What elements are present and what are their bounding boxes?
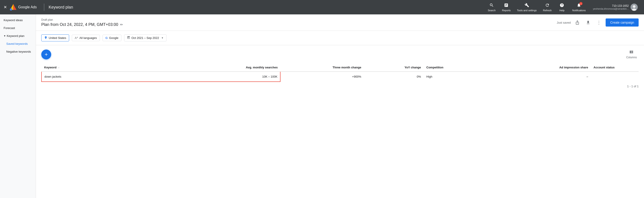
three-month-header-label: Three month change (332, 66, 361, 69)
avg-monthly-cell: 10K – 100K (173, 71, 280, 82)
expand-icon: ▼ (4, 35, 6, 37)
sidebar-item-label: Saved keywords (6, 42, 28, 45)
user-phone: 710-133-1652 (593, 4, 629, 8)
keyword-header-label: Keyword (44, 66, 56, 69)
pagination: 1 - 1 of 1 (41, 82, 638, 91)
ad-impression-column-header[interactable]: Ad impression share (507, 63, 591, 71)
language-icon: Aᴬ (75, 36, 78, 40)
tools-icon (524, 3, 529, 9)
table-row: down jackets 10K – 100K +900% 0% High – (42, 71, 638, 82)
yoy-column-header[interactable]: YoY change (364, 63, 424, 71)
user-menu[interactable]: 710-133-1652 yevheniia.khromova@serankin… (590, 2, 640, 13)
location-value: United States (49, 36, 66, 40)
account-status-cell (591, 71, 638, 82)
reports-nav-label: Reports (502, 9, 511, 12)
avg-monthly-column-header[interactable]: Avg. monthly searches (173, 63, 280, 71)
sidebar: Keyword ideas Forecast ▼ Keyword plan Sa… (0, 14, 36, 198)
google-ads-logo: Google Ads (10, 4, 37, 11)
competition-header-label: Competition (426, 66, 444, 69)
close-button[interactable]: ✕ (4, 5, 7, 10)
add-keyword-button[interactable]: + (41, 50, 51, 59)
date-range-value: Oct 2021 – Sep 2022 (132, 36, 159, 40)
top-navigation: ✕ Google Ads Keyword plan Search Reports (0, 0, 644, 14)
avatar-image (630, 4, 638, 11)
language-value: All languages (80, 36, 97, 40)
network-filter[interactable]: G Google (102, 35, 122, 41)
sidebar-item-label: Negative keywords (6, 50, 31, 53)
tools-nav-button[interactable]: Tools and settings (514, 1, 540, 14)
svg-point-2 (10, 8, 12, 11)
svg-marker-1 (13, 4, 16, 10)
share-button[interactable] (573, 19, 582, 27)
table-area: + Columns Keyword ↑ (36, 45, 644, 96)
sort-icon: ↑ (58, 66, 60, 69)
network-value: Google (109, 36, 118, 40)
account-status-column-header[interactable]: Account status (591, 63, 638, 71)
notifications-icon: 1 (577, 3, 581, 9)
search-icon (490, 3, 494, 9)
search-nav-button[interactable]: Search (485, 1, 498, 14)
keyword-cell: down jackets (42, 71, 173, 82)
nav-divider (44, 4, 44, 11)
notifications-nav-button[interactable]: 1 Notifications (570, 1, 588, 14)
columns-label: Columns (626, 56, 637, 59)
draft-label: Draft plan (41, 18, 123, 21)
competition-column-header[interactable]: Competition (424, 63, 507, 71)
keyword-column-header[interactable]: Keyword ↑ (42, 63, 173, 71)
columns-icon (629, 50, 634, 55)
date-filter[interactable]: Oct 2021 – Sep 2022 ▼ (124, 34, 166, 41)
main-content: Draft plan Plan from Oct 24, 2022, 4 PM,… (36, 14, 644, 198)
dropdown-icon: ▼ (161, 37, 164, 39)
refresh-icon (545, 3, 550, 9)
more-icon: ⋮ (597, 20, 601, 25)
sidebar-item-negative-keywords[interactable]: Negative keywords (0, 48, 36, 56)
plan-header-right: Just saved ⋮ Create campaign (557, 18, 638, 27)
create-campaign-button[interactable]: Create campaign (606, 19, 638, 27)
location-filter[interactable]: United States (41, 34, 69, 41)
sidebar-item-label: Keyword plan (7, 34, 24, 38)
help-nav-button[interactable]: Help (555, 1, 568, 14)
sidebar-item-label: Keyword ideas (4, 19, 23, 22)
columns-button[interactable]: Columns (624, 48, 638, 61)
sidebar-item-saved-keywords[interactable]: Saved keywords (0, 40, 36, 48)
network-icon: G (106, 36, 108, 40)
refresh-nav-label: Refresh (543, 9, 552, 12)
notification-badge: 1 (580, 2, 582, 5)
location-icon (44, 36, 47, 40)
plan-title-row: Plan from Oct 24, 2022, 4 PM, GMT+03:00 … (41, 22, 123, 27)
language-filter[interactable]: Aᴬ All languages (72, 35, 100, 41)
ad-impression-cell: – (507, 71, 591, 82)
plan-header-left: Draft plan Plan from Oct 24, 2022, 4 PM,… (41, 18, 123, 27)
sidebar-item-label: Forecast (4, 26, 15, 30)
logo-icon (10, 4, 17, 11)
three-month-cell: +900% (280, 71, 364, 82)
plan-header: Draft plan Plan from Oct 24, 2022, 4 PM,… (36, 14, 644, 31)
competition-cell: High (424, 71, 507, 82)
account-status-header-label: Account status (594, 66, 614, 69)
table-header-row: Keyword ↑ Avg. monthly searches Three mo… (42, 63, 638, 71)
sidebar-item-forecast[interactable]: Forecast (0, 24, 36, 32)
plan-title: Plan from Oct 24, 2022, 4 PM, GMT+03:00 (41, 22, 118, 27)
add-icon: + (45, 52, 48, 57)
help-nav-label: Help (560, 9, 564, 12)
yoy-header-label: YoY change (404, 66, 421, 69)
avg-monthly-header-label: Avg. monthly searches (246, 66, 278, 69)
sidebar-item-keyword-ideas[interactable]: Keyword ideas (0, 16, 36, 24)
just-saved-status: Just saved (557, 21, 570, 24)
edit-icon[interactable]: ✏ (120, 23, 123, 27)
refresh-nav-button[interactable]: Refresh (540, 1, 554, 14)
tools-nav-label: Tools and settings (517, 9, 537, 12)
yoy-cell: 0% (364, 71, 424, 82)
app-name: Google Ads (18, 5, 37, 9)
sidebar-item-keyword-plan[interactable]: ▼ Keyword plan (0, 32, 36, 40)
avatar (630, 4, 638, 11)
three-month-column-header[interactable]: Three month change (280, 63, 364, 71)
more-options-button[interactable]: ⋮ (595, 18, 603, 27)
reports-nav-button[interactable]: Reports (499, 1, 514, 14)
page-title: Keyword plan (49, 5, 483, 10)
calendar-icon (127, 36, 130, 40)
ad-impression-header-label: Ad impression share (559, 66, 588, 69)
user-email: yevheniia.khromova@serankin... (593, 8, 629, 10)
download-button[interactable] (584, 19, 592, 27)
help-icon (560, 3, 564, 9)
